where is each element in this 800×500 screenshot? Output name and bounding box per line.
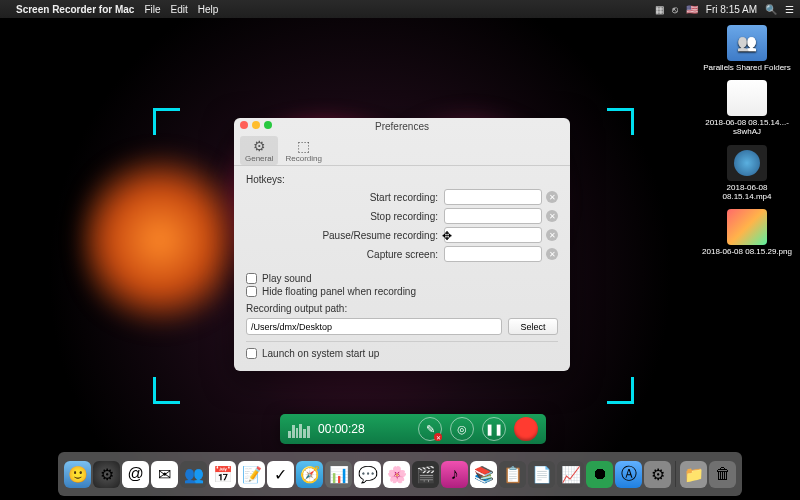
icon-label: 2018-06-08 08.15.29.png	[702, 247, 792, 256]
clock[interactable]: Fri 8:15 AM	[706, 4, 757, 15]
tab-label: Recording	[285, 154, 321, 163]
window-title: Preferences	[375, 121, 429, 132]
annotation-button[interactable]: ✎✕	[418, 417, 442, 441]
corner-handle[interactable]	[607, 108, 634, 135]
spotlight-icon[interactable]: 🔍	[765, 4, 777, 15]
preferences-window: Preferences ⚙ General ⬚ Recording Hotkey…	[234, 118, 570, 371]
dock-app[interactable]: 💬	[354, 461, 381, 488]
dock-app[interactable]: 📋	[499, 461, 526, 488]
dock-app[interactable]: ✓	[267, 461, 294, 488]
dock-app[interactable]: ✉	[151, 461, 178, 488]
prefs-toolbar: ⚙ General ⬚ Recording	[234, 134, 570, 165]
select-path-button[interactable]: Select	[508, 318, 558, 335]
tab-recording[interactable]: ⬚ Recording	[280, 136, 326, 165]
output-path-label: Recording output path:	[246, 303, 558, 314]
dock-settings[interactable]: ⚙	[644, 461, 671, 488]
hide-panel-checkbox[interactable]	[246, 286, 257, 297]
clear-hotkey-button[interactable]: ✕	[546, 248, 558, 260]
clear-hotkey-button[interactable]: ✕	[546, 210, 558, 222]
menu-help[interactable]: Help	[198, 4, 219, 15]
corner-handle[interactable]	[607, 377, 634, 404]
dock-app[interactable]: 📝	[238, 461, 265, 488]
tab-label: General	[245, 154, 273, 163]
play-sound-checkbox[interactable]	[246, 273, 257, 284]
start-recording-input[interactable]	[444, 189, 542, 205]
desktop: Screen Recorder for Mac File Edit Help ▦…	[0, 0, 800, 500]
hotkeys-label: Hotkeys:	[246, 174, 558, 185]
capture-screen-input[interactable]	[444, 246, 542, 262]
dock-app[interactable]: 📊	[325, 461, 352, 488]
play-sound-label: Play sound	[262, 273, 311, 284]
flag-icon[interactable]: 🇺🇸	[686, 4, 698, 15]
desktop-icon-png[interactable]: 2018-06-08 08.15.29.png	[702, 209, 792, 256]
dock-recorder[interactable]: ⏺	[586, 461, 613, 488]
recording-toolbar[interactable]: 00:00:28 ✎✕ ◎ ❚❚	[280, 414, 546, 444]
image-icon	[727, 209, 767, 245]
divider	[246, 341, 558, 342]
menubar: Screen Recorder for Mac File Edit Help ▦…	[0, 0, 800, 18]
recording-timer: 00:00:28	[318, 422, 365, 436]
video-icon	[727, 145, 767, 181]
minimize-button[interactable]	[252, 121, 260, 129]
camera-icon: ⬚	[297, 138, 310, 154]
status-icon[interactable]: ▦	[655, 4, 664, 15]
icon-label: 2018-06-08 08.15.14...-s8whAJ	[702, 118, 792, 136]
menu-file[interactable]: File	[144, 4, 160, 15]
start-recording-label: Start recording:	[246, 192, 444, 203]
dock-separator	[675, 461, 676, 487]
dock: 🙂 ⚙ @ ✉ 👥 📅 📝 ✓ 🧭 📊 💬 🌸 🎬 ♪ 📚 📋 📄 📈 ⏺ Ⓐ …	[58, 452, 742, 496]
hide-panel-label: Hide floating panel when recording	[262, 286, 416, 297]
close-button[interactable]	[240, 121, 248, 129]
notifications-icon[interactable]: ☰	[785, 4, 794, 15]
stop-recording-label: Stop recording:	[246, 211, 444, 222]
gear-icon: ⚙	[253, 138, 266, 154]
capture-screen-label: Capture screen:	[246, 249, 444, 260]
launch-startup-checkbox[interactable]	[246, 348, 257, 359]
audio-meter	[288, 420, 310, 438]
folder-icon	[727, 25, 767, 61]
app-name[interactable]: Screen Recorder for Mac	[16, 4, 134, 15]
screenshot-button[interactable]: ◎	[450, 417, 474, 441]
zoom-button[interactable]	[264, 121, 272, 129]
dock-app[interactable]: 📚	[470, 461, 497, 488]
dock-app[interactable]: 👥	[180, 461, 207, 488]
icon-label: 2018-06-08 08.15.14.mp4	[702, 183, 792, 201]
clear-hotkey-button[interactable]: ✕	[546, 229, 558, 241]
corner-handle[interactable]	[153, 108, 180, 135]
dock-finder[interactable]: 🙂	[64, 461, 91, 488]
dock-app[interactable]: 🌸	[383, 461, 410, 488]
dock-app[interactable]: 📈	[557, 461, 584, 488]
dock-trash[interactable]: 🗑	[709, 461, 736, 488]
status-icon[interactable]: ⎋	[672, 4, 678, 15]
dock-app[interactable]: 🎬	[412, 461, 439, 488]
dock-app[interactable]: 📅	[209, 461, 236, 488]
dock-app[interactable]: 📄	[528, 461, 555, 488]
dock-app[interactable]: @	[122, 461, 149, 488]
desktop-icon-mp4[interactable]: 2018-06-08 08.15.14.mp4	[702, 145, 792, 201]
clear-hotkey-button[interactable]: ✕	[546, 191, 558, 203]
dock-appstore[interactable]: Ⓐ	[615, 461, 642, 488]
desktop-icon-folder[interactable]: Parallels Shared Folders	[702, 25, 792, 72]
tab-general[interactable]: ⚙ General	[240, 136, 278, 165]
pause-button[interactable]: ❚❚	[482, 417, 506, 441]
launch-startup-label: Launch on system start up	[262, 348, 379, 359]
dock-app[interactable]: ⚙	[93, 461, 120, 488]
pause-recording-label: Pause/Resume recording:	[246, 230, 444, 241]
dock-downloads[interactable]: 📁	[680, 461, 707, 488]
stop-recording-input[interactable]	[444, 208, 542, 224]
output-path-input[interactable]	[246, 318, 502, 335]
dock-safari[interactable]: 🧭	[296, 461, 323, 488]
icon-label: Parallels Shared Folders	[703, 63, 791, 72]
dock-itunes[interactable]: ♪	[441, 461, 468, 488]
pause-recording-input[interactable]	[444, 227, 542, 243]
menu-edit[interactable]: Edit	[171, 4, 188, 15]
desktop-icons: Parallels Shared Folders 2018-06-08 08.1…	[702, 25, 792, 256]
file-icon	[727, 80, 767, 116]
record-stop-button[interactable]	[514, 417, 538, 441]
titlebar[interactable]: Preferences	[234, 118, 570, 134]
corner-handle[interactable]	[153, 377, 180, 404]
desktop-icon-file[interactable]: 2018-06-08 08.15.14...-s8whAJ	[702, 80, 792, 136]
